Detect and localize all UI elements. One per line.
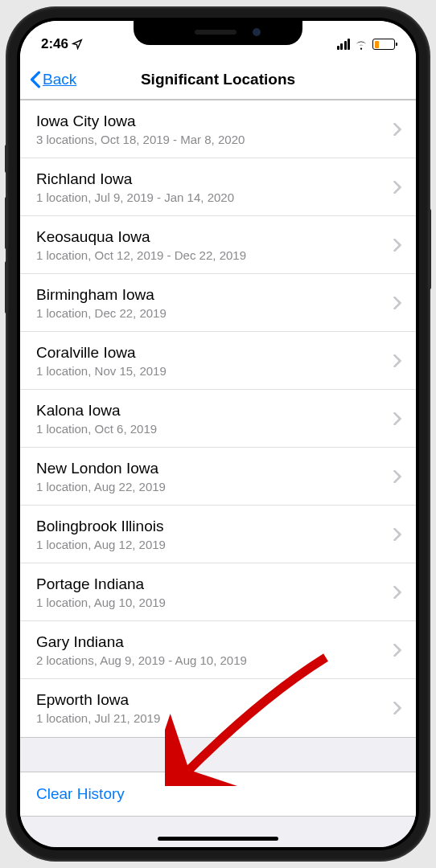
location-title: Keosauqua Iowa: [36, 228, 393, 246]
location-title: Coralville Iowa: [36, 344, 393, 362]
back-label: Back: [43, 71, 76, 88]
section-spacer: [20, 738, 416, 772]
location-row[interactable]: Bolingbrook Illinois1 location, Aug 12, …: [20, 506, 416, 563]
clear-history-button[interactable]: Clear History: [20, 772, 416, 817]
location-content: Portage Indiana1 location, Aug 10, 2019: [36, 575, 393, 609]
location-row[interactable]: Epworth Iowa1 location, Jul 21, 2019: [20, 679, 416, 737]
location-content: Keosauqua Iowa1 location, Oct 12, 2019 -…: [36, 228, 393, 262]
location-row[interactable]: New London Iowa1 location, Aug 22, 2019: [20, 448, 416, 506]
screen: 2:46 Back Significant Locations: [20, 21, 416, 847]
chevron-left-icon: [30, 71, 41, 88]
location-title: Gary Indiana: [36, 633, 393, 651]
phone-frame: 2:46 Back Significant Locations: [7, 8, 429, 860]
page-title: Significant Locations: [20, 71, 416, 88]
chevron-right-icon: [393, 412, 401, 425]
location-content: Iowa City Iowa3 locations, Oct 18, 2019 …: [36, 113, 393, 146]
chevron-right-icon: [393, 586, 401, 599]
chevron-right-icon: [393, 123, 401, 136]
location-title: Kalona Iowa: [36, 402, 393, 420]
location-title: Birmingham Iowa: [36, 286, 393, 304]
chevron-right-icon: [393, 181, 401, 194]
location-content: Epworth Iowa1 location, Jul 21, 2019: [36, 691, 393, 725]
notch: [134, 21, 302, 45]
location-row[interactable]: Iowa City Iowa3 locations, Oct 18, 2019 …: [20, 100, 416, 158]
battery-icon: [372, 39, 395, 50]
chevron-right-icon: [393, 354, 401, 367]
home-indicator[interactable]: [158, 837, 278, 841]
location-subtitle: 2 locations, Aug 9, 2019 - Aug 10, 2019: [36, 653, 393, 667]
location-title: Richland Iowa: [36, 170, 393, 188]
navigation-bar: Back Significant Locations: [20, 59, 416, 100]
volume-down-button: [5, 261, 8, 313]
location-content: Coralville Iowa1 location, Nov 15, 2019: [36, 344, 393, 378]
location-subtitle: 1 location, Aug 12, 2019: [36, 538, 393, 551]
chevron-right-icon: [393, 528, 401, 541]
location-row[interactable]: Portage Indiana1 location, Aug 10, 2019: [20, 563, 416, 621]
chevron-right-icon: [393, 239, 401, 252]
chevron-right-icon: [393, 702, 401, 714]
location-row[interactable]: Gary Indiana2 locations, Aug 9, 2019 - A…: [20, 621, 416, 679]
location-subtitle: 3 locations, Oct 18, 2019 - Mar 8, 2020: [36, 133, 393, 146]
location-subtitle: 1 location, Oct 6, 2019: [36, 422, 393, 436]
location-content: Bolingbrook Illinois1 location, Aug 12, …: [36, 518, 393, 551]
location-subtitle: 1 location, Nov 15, 2019: [36, 364, 393, 378]
mute-switch: [5, 145, 8, 173]
content-area[interactable]: Iowa City Iowa3 locations, Oct 18, 2019 …: [20, 100, 416, 847]
wifi-icon: [354, 39, 368, 50]
location-subtitle: 1 location, Jul 9, 2019 - Jan 14, 2020: [36, 190, 393, 204]
location-row[interactable]: Coralville Iowa1 location, Nov 15, 2019: [20, 332, 416, 390]
chevron-right-icon: [393, 470, 401, 483]
location-row[interactable]: Kalona Iowa1 location, Oct 6, 2019: [20, 390, 416, 448]
location-row[interactable]: Birmingham Iowa1 location, Dec 22, 2019: [20, 274, 416, 332]
location-content: Kalona Iowa1 location, Oct 6, 2019: [36, 402, 393, 436]
location-arrow-icon: [72, 39, 83, 50]
location-content: Gary Indiana2 locations, Aug 9, 2019 - A…: [36, 633, 393, 667]
location-row[interactable]: Richland Iowa1 location, Jul 9, 2019 - J…: [20, 158, 416, 216]
location-subtitle: 1 location, Aug 22, 2019: [36, 480, 393, 493]
location-subtitle: 1 location, Oct 12, 2019 - Dec 22, 2019: [36, 248, 393, 262]
chevron-right-icon: [393, 644, 401, 657]
location-title: Epworth Iowa: [36, 691, 393, 709]
location-subtitle: 1 location, Aug 10, 2019: [36, 596, 393, 609]
location-subtitle: 1 location, Dec 22, 2019: [36, 306, 393, 320]
locations-list: Iowa City Iowa3 locations, Oct 18, 2019 …: [20, 100, 416, 738]
location-content: New London Iowa1 location, Aug 22, 2019: [36, 460, 393, 493]
volume-up-button: [5, 197, 8, 249]
cellular-signal-icon: [337, 39, 351, 50]
location-title: New London Iowa: [36, 460, 393, 477]
location-content: Birmingham Iowa1 location, Dec 22, 2019: [36, 286, 393, 320]
location-content: Richland Iowa1 location, Jul 9, 2019 - J…: [36, 170, 393, 204]
location-subtitle: 1 location, Jul 21, 2019: [36, 711, 393, 725]
status-time: 2:46: [41, 36, 68, 52]
back-button[interactable]: Back: [30, 71, 76, 88]
location-title: Bolingbrook Illinois: [36, 518, 393, 535]
chevron-right-icon: [393, 297, 401, 309]
location-row[interactable]: Keosauqua Iowa1 location, Oct 12, 2019 -…: [20, 216, 416, 274]
location-title: Portage Indiana: [36, 575, 393, 593]
location-title: Iowa City Iowa: [36, 113, 393, 130]
power-button: [428, 209, 431, 289]
